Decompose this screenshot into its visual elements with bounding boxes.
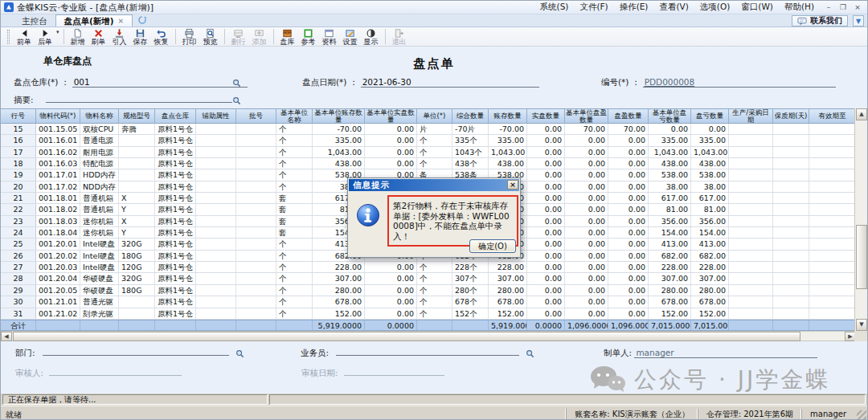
grid-cell[interactable] bbox=[196, 296, 236, 307]
grid-cell[interactable] bbox=[236, 262, 276, 272]
grid-cell[interactable]: 0.00 bbox=[608, 273, 649, 283]
grid-cell[interactable]: 0.00 bbox=[365, 158, 417, 169]
grid-cell[interactable]: 0.00 bbox=[365, 124, 417, 134]
grid-cell[interactable]: 原料1号仓 bbox=[155, 239, 196, 249]
grid-cell[interactable]: 个 bbox=[276, 135, 313, 145]
grid-cell[interactable]: 335.00 bbox=[691, 135, 729, 145]
menubar-item[interactable]: 文件(F) bbox=[579, 2, 608, 13]
grid-cell[interactable]: 152个 bbox=[452, 308, 489, 319]
grid-cell[interactable]: 华硕硬盘 bbox=[80, 285, 119, 296]
grid-cell[interactable]: 0.00 bbox=[527, 147, 565, 157]
grid-cell[interactable] bbox=[809, 227, 856, 238]
grid-cell[interactable]: 1,043.00 bbox=[649, 147, 691, 157]
warehouse-input[interactable]: 001 bbox=[72, 77, 248, 88]
dept-input[interactable] bbox=[43, 355, 229, 356]
grid-cell[interactable]: 001.17.02 bbox=[36, 181, 80, 192]
grid-cell[interactable]: 个 bbox=[276, 262, 313, 272]
grid-cell[interactable]: 原料1号仓 bbox=[155, 204, 196, 214]
grid-cell[interactable]: 特配电源 bbox=[80, 158, 119, 169]
grid-cell[interactable]: 0.00 bbox=[608, 181, 649, 192]
grid-cell[interactable]: 356.00 bbox=[691, 216, 729, 226]
grid-cell[interactable]: 001.18.04 bbox=[36, 227, 80, 238]
summary-input[interactable] bbox=[46, 102, 232, 103]
grid-cell[interactable] bbox=[196, 158, 236, 169]
grid-cell[interactable]: 81.00 bbox=[691, 204, 729, 214]
grid-cell[interactable]: 228.00 bbox=[489, 262, 527, 272]
grid-cell[interactable]: 001.18.03 bbox=[36, 216, 80, 226]
grid-cell[interactable]: Y bbox=[119, 204, 155, 214]
grid-cell[interactable]: 228个 bbox=[452, 262, 489, 272]
grid-cell[interactable] bbox=[773, 147, 809, 157]
clerk-lookup-icon[interactable] bbox=[526, 349, 534, 358]
grid-cell[interactable] bbox=[729, 135, 773, 145]
grid-cell[interactable] bbox=[196, 147, 236, 157]
grid-cell[interactable]: 307.00 bbox=[313, 273, 365, 283]
grid-cell[interactable]: 原料1号仓 bbox=[155, 216, 196, 226]
grid-cell[interactable]: 迷你机箱 bbox=[80, 216, 119, 226]
grid-cell[interactable] bbox=[236, 135, 276, 145]
toolbar-button-save[interactable]: 保存 bbox=[130, 27, 151, 46]
grid-cell[interactable]: 普通光驱 bbox=[80, 296, 119, 307]
grid-cell[interactable] bbox=[729, 158, 773, 169]
toolbar-button-print[interactable]: 打印 bbox=[179, 27, 200, 46]
grid-cell[interactable] bbox=[729, 216, 773, 226]
grid-cell[interactable] bbox=[119, 135, 155, 145]
grid-cell[interactable]: 280.00 bbox=[649, 285, 691, 296]
grid-cell[interactable]: 682.00 bbox=[649, 251, 691, 261]
grid-cell[interactable] bbox=[196, 169, 236, 180]
grid-cell[interactable] bbox=[809, 193, 856, 203]
grid-cell[interactable] bbox=[809, 273, 856, 283]
grid-cell[interactable]: 0.00 bbox=[527, 296, 565, 307]
grid-cell[interactable]: 个 bbox=[276, 158, 313, 169]
menubar-item[interactable]: 操作(E) bbox=[620, 2, 649, 13]
grid-cell[interactable]: 228.00 bbox=[313, 262, 365, 272]
grid-cell[interactable] bbox=[196, 193, 236, 203]
grid-cell[interactable]: 0.00 bbox=[365, 135, 417, 145]
grid-cell[interactable]: 180G bbox=[119, 285, 155, 296]
grid-cell[interactable]: 0.00 bbox=[565, 273, 608, 283]
grid-cell[interactable]: 0.00 bbox=[565, 251, 608, 261]
grid-cell[interactable]: 70.00 bbox=[608, 124, 649, 134]
grid-cell[interactable]: 70.00 bbox=[565, 124, 608, 134]
grid-cell[interactable]: 0.00 bbox=[365, 308, 417, 319]
grid-cell[interactable]: 001.21.01 bbox=[36, 296, 80, 307]
summary-lookup-icon[interactable] bbox=[232, 96, 241, 105]
grid-cell[interactable]: 耐用电源 bbox=[80, 147, 119, 157]
grid-cell[interactable] bbox=[236, 308, 276, 319]
grid-cell[interactable]: 华硕硬盘 bbox=[80, 273, 119, 283]
chevron-down-icon[interactable]: ▾ bbox=[56, 27, 59, 35]
grid-cell[interactable]: 0.00 bbox=[691, 124, 729, 134]
grid-cell[interactable] bbox=[236, 158, 276, 169]
grid-cell[interactable]: 413.00 bbox=[649, 239, 691, 249]
ok-button[interactable]: 确定(O) bbox=[469, 239, 516, 253]
grid-cell[interactable] bbox=[119, 308, 155, 319]
grid-cell[interactable] bbox=[196, 239, 236, 249]
grid-cell[interactable]: 刻录光驱 bbox=[80, 308, 119, 319]
grid-cell[interactable] bbox=[729, 193, 773, 203]
grid-cell[interactable]: 0.00 bbox=[565, 193, 608, 203]
grid-cell[interactable] bbox=[773, 193, 809, 203]
grid-cell[interactable] bbox=[729, 204, 773, 214]
grid-cell[interactable]: 617.00 bbox=[691, 193, 729, 203]
grid-cell[interactable] bbox=[236, 147, 276, 157]
grid-cell[interactable]: 片 bbox=[417, 124, 452, 134]
grid-cell[interactable]: 0.00 bbox=[608, 285, 649, 296]
grid-cell[interactable]: 413.00 bbox=[691, 239, 729, 249]
grid-cell[interactable]: 原料1号仓 bbox=[155, 124, 196, 134]
grid-cell[interactable]: 个 bbox=[276, 308, 313, 319]
grid-cell[interactable]: 原料1号仓 bbox=[155, 251, 196, 261]
clerk-input[interactable] bbox=[336, 355, 519, 356]
warehouse-lookup-icon[interactable] bbox=[232, 79, 241, 88]
grid-cell[interactable] bbox=[729, 262, 773, 272]
grid-cell[interactable]: 307个 bbox=[452, 273, 489, 283]
grid-cell[interactable] bbox=[773, 308, 809, 319]
grid-cell[interactable] bbox=[773, 135, 809, 145]
vertical-scrollbar[interactable]: ▲ ▼ bbox=[854, 108, 867, 331]
grid-cell[interactable]: 001.20.02 bbox=[36, 251, 80, 261]
grid-cell[interactable]: 原料1号仓 bbox=[155, 273, 196, 283]
grid-cell[interactable]: 奔腾 bbox=[119, 124, 155, 134]
grid-cell[interactable]: 套 bbox=[276, 204, 313, 214]
grid-cell[interactable]: 438个 bbox=[452, 158, 489, 169]
grid-cell[interactable]: 438.00 bbox=[313, 158, 365, 169]
grid-cell[interactable]: 0.00 bbox=[608, 251, 649, 261]
